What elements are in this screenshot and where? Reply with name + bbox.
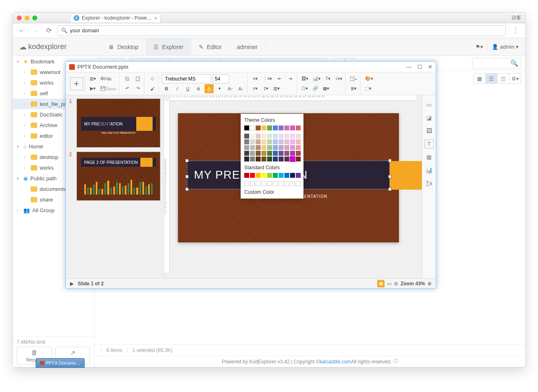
fit-slide-icon[interactable]: ▦ [377,280,385,287]
add-slide-button[interactable]: + [70,77,83,90]
info-icon[interactable]: ⓘ [393,358,398,365]
color-swatch[interactable] [267,157,272,161]
color-swatch[interactable] [244,157,249,161]
text-settings-icon[interactable]: T [425,139,434,148]
tab-editor[interactable]: ✎Editor [191,38,230,56]
highlight-dropdown-icon[interactable]: ▾ [215,84,224,93]
text-icon[interactable]: T▾ [324,74,333,83]
thumbnail-1[interactable]: 1 MY PRESENTATION WELCOME TO MY PRESENTA… [69,99,160,148]
color-swatch[interactable] [244,125,249,130]
theme-icon[interactable]: 🎨▾ [364,74,374,83]
user-menu[interactable]: 👤 admin ▾ [492,44,519,50]
color-swatch[interactable] [273,173,278,178]
browser-tab[interactable]: ⬇ Explorer - kodexplorer - Powe… × [70,13,161,22]
flag-icon[interactable]: ⚑▾ [475,44,483,50]
color-swatch[interactable] [279,134,284,139]
color-swatch[interactable] [250,151,255,156]
color-swatch[interactable] [250,125,255,130]
color-swatch[interactable] [290,125,295,130]
save-button[interactable]: 💾Save [99,84,117,93]
color-swatch[interactable] [261,173,266,178]
strike-button[interactable]: S [194,84,203,93]
color-swatch[interactable] [296,173,301,178]
color-swatch[interactable] [261,139,266,144]
color-swatch[interactable] [261,181,266,186]
grid-view-button[interactable]: ▦ [473,73,486,84]
color-swatch[interactable] [244,151,249,156]
color-swatch[interactable] [279,139,284,144]
color-swatch[interactable] [279,173,284,178]
back-button[interactable]: ← [17,27,27,34]
tab-explorer[interactable]: ☰Explorer [146,38,191,56]
shape-icon[interactable]: ⬡▾ [300,84,309,93]
color-swatch[interactable] [290,145,295,150]
font-grow-icon[interactable]: A↑ [226,84,235,93]
browser-menu-icon[interactable]: ⋮ [510,27,521,34]
zoom-out-icon[interactable]: ⊖ [394,281,398,287]
indent-inc-icon[interactable]: ⇥ [286,74,295,83]
search-input[interactable]: 🔍 [472,58,521,69]
table-icon[interactable]: ▦▾ [322,84,331,93]
color-swatch[interactable] [267,134,272,139]
font-select[interactable]: Trebuchet MS [162,74,211,83]
color-swatch[interactable] [284,145,289,150]
bold-button[interactable]: B [162,84,171,93]
color-swatch[interactable] [279,151,284,156]
chart-settings-icon[interactable]: 📊 [425,166,434,175]
copy-icon[interactable]: ⿻ [123,74,132,83]
color-swatch[interactable] [296,134,301,139]
paste-icon[interactable]: 📋 [133,74,142,83]
format-painter-icon[interactable]: 🖌 [148,84,157,93]
color-swatch[interactable] [250,157,255,161]
redo-icon[interactable]: ↷ [133,84,142,93]
reload-button[interactable]: ⟳ [45,27,53,34]
column-view-button[interactable]: ◫ [497,73,509,84]
slide-settings-icon[interactable]: ▭ [425,100,434,109]
align-obj-icon[interactable]: ⊞▾ [349,84,358,93]
minimize-icon[interactable]: — [406,64,412,70]
image-icon[interactable]: 🖼▾ [300,74,310,83]
doc-titlebar[interactable]: PPTX Document.pptx — ☐ ✕ [66,62,436,72]
chart-icon[interactable]: 📊▾ [311,74,322,83]
color-swatch[interactable] [279,157,284,161]
color-swatch[interactable] [261,125,266,130]
clear-format-icon[interactable]: ◇ [148,74,157,83]
link-icon[interactable]: 🔗 [311,84,320,93]
underline-button[interactable]: U [183,84,192,93]
color-swatch[interactable] [250,173,255,178]
color-swatch[interactable] [284,139,289,144]
color-swatch[interactable] [267,181,272,186]
color-swatch[interactable] [284,181,289,186]
color-swatch[interactable] [256,125,261,130]
bullets-icon[interactable]: ≡▾ [251,74,260,83]
color-swatch[interactable] [256,151,261,156]
tab-adminer[interactable]: adminer [230,38,266,56]
indent-dec-icon[interactable]: ⇤ [275,74,284,83]
color-swatch[interactable] [290,157,295,161]
color-swatch[interactable] [244,145,249,150]
font-shrink-icon[interactable]: A↓ [236,84,245,93]
color-swatch[interactable] [273,151,278,156]
color-swatch[interactable] [273,181,278,186]
close-icon[interactable]: ✕ [428,64,432,70]
align-icon[interactable]: ≡▾ [251,84,260,93]
color-swatch[interactable] [261,145,266,150]
color-swatch[interactable] [296,181,301,186]
maximize-window-icon[interactable] [32,16,37,20]
color-swatch[interactable] [290,173,295,178]
color-swatch[interactable] [296,139,301,144]
forward-button[interactable]: → [31,27,41,34]
color-swatch[interactable] [267,125,272,130]
close-tab-icon[interactable]: × [154,15,158,21]
color-swatch[interactable] [256,157,261,161]
shape-settings-icon[interactable]: ◪ [425,113,434,122]
line-spacing-icon[interactable]: ‡▾ [261,84,270,93]
minimize-window-icon[interactable] [25,16,29,20]
url-input[interactable]: 🔍 your domain [57,25,506,36]
color-swatch[interactable] [256,139,261,144]
italic-button[interactable]: I [173,84,182,93]
color-swatch[interactable] [244,139,249,144]
thumbnail-2[interactable]: 2 PAGE 2 OF PRESENTATION [69,152,160,201]
custom-color-button[interactable]: Custom Color [244,189,300,195]
color-swatch[interactable] [256,145,261,150]
